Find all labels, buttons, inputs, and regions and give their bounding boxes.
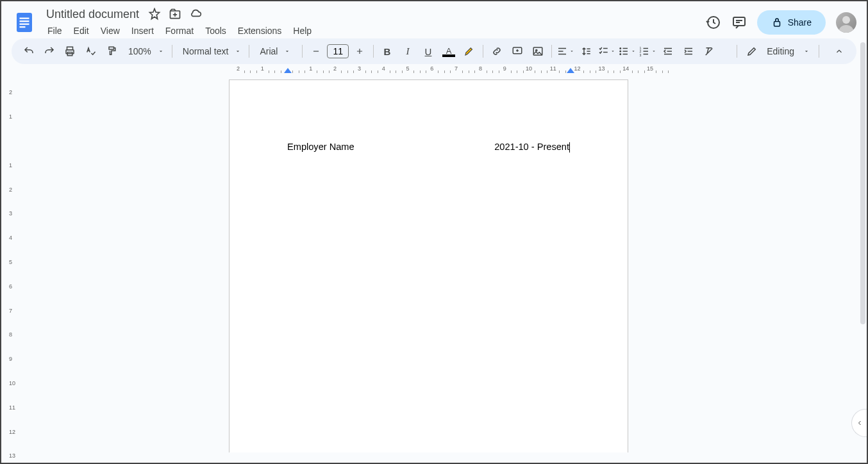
indent-decrease-button[interactable] (658, 42, 678, 61)
styles-dropdown[interactable]: Normal text (176, 46, 246, 56)
print-button[interactable] (60, 42, 79, 61)
horizontal-ruler[interactable]: 21123456789101112131415 (24, 64, 856, 74)
paint-format-button[interactable] (101, 42, 121, 61)
mode-dropdown[interactable]: Editing (728, 45, 828, 58)
svg-point-8 (842, 16, 850, 24)
zoom-dropdown[interactable]: 100% (122, 46, 168, 56)
svg-rect-4 (20, 26, 26, 28)
svg-rect-6 (733, 17, 745, 26)
menu-file[interactable]: File (42, 23, 67, 38)
history-icon[interactable] (706, 15, 721, 30)
share-button[interactable]: Share (757, 10, 826, 35)
svg-text:3: 3 (639, 53, 641, 57)
content-right[interactable]: 2021-10 - Present (494, 142, 570, 153)
menu-insert[interactable]: Insert (126, 23, 159, 38)
menu-tools[interactable]: Tools (200, 23, 231, 38)
underline-button[interactable]: U (419, 42, 438, 61)
link-button[interactable] (487, 42, 506, 61)
docs-logo[interactable] (12, 10, 37, 35)
style-value: Normal text (180, 46, 231, 56)
document-title[interactable]: Untitled document (42, 6, 143, 22)
bold-button[interactable]: B (378, 42, 397, 61)
svg-point-16 (620, 51, 621, 52)
svg-rect-3 (20, 24, 29, 25)
menu-edit[interactable]: Edit (69, 23, 94, 38)
font-size-increase[interactable] (350, 42, 369, 61)
numbered-list-button[interactable]: 123 (638, 42, 657, 61)
account-avatar[interactable] (836, 12, 856, 33)
svg-rect-1 (20, 18, 29, 19)
page[interactable]: Employer Name 2021-10 - Present (229, 79, 628, 452)
menu-view[interactable]: View (96, 23, 125, 38)
vertical-scrollbar[interactable] (860, 42, 865, 324)
font-size-input[interactable]: 11 (327, 44, 349, 58)
cloud-icon[interactable] (189, 8, 202, 21)
menu-bar: File Edit View Insert Format Tools Exten… (42, 23, 706, 38)
text-color-button[interactable]: A (439, 42, 458, 61)
svg-rect-2 (20, 21, 29, 22)
highlight-button[interactable] (460, 42, 479, 61)
spellcheck-button[interactable] (81, 42, 100, 61)
indent-increase-button[interactable] (679, 42, 698, 61)
zoom-value: 100% (126, 46, 154, 56)
checklist-button[interactable] (597, 42, 616, 61)
italic-button[interactable]: I (398, 42, 417, 61)
clear-formatting-button[interactable] (699, 42, 719, 61)
font-value: Arial (257, 46, 280, 56)
svg-point-14 (536, 49, 537, 51)
mode-value: Editing (764, 46, 797, 56)
share-label: Share (788, 17, 812, 28)
document-canvas[interactable]: Employer Name 2021-10 - Present (24, 74, 867, 452)
star-icon[interactable] (148, 8, 161, 21)
collapse-toolbar-button[interactable] (830, 42, 849, 61)
comment-button[interactable] (508, 42, 527, 61)
move-icon[interactable] (169, 8, 181, 21)
svg-rect-0 (17, 13, 32, 32)
menu-help[interactable]: Help (288, 23, 317, 38)
line-spacing-button[interactable] (576, 42, 596, 61)
font-dropdown[interactable]: Arial (253, 46, 298, 56)
vertical-ruler[interactable]: 211234567891011121314 (1, 74, 24, 452)
menu-extensions[interactable]: Extensions (233, 23, 287, 38)
content-left[interactable]: Employer Name (287, 142, 355, 153)
menu-format[interactable]: Format (160, 23, 199, 38)
text-cursor (569, 142, 570, 153)
redo-button[interactable] (40, 42, 59, 61)
font-size-decrease[interactable] (306, 42, 326, 61)
image-button[interactable] (528, 42, 547, 61)
svg-point-17 (620, 54, 621, 55)
align-button[interactable] (556, 42, 575, 61)
bullet-list-button[interactable] (617, 42, 637, 61)
undo-button[interactable] (19, 42, 38, 61)
svg-point-15 (620, 48, 621, 49)
comments-icon[interactable] (731, 15, 747, 30)
svg-rect-7 (774, 22, 780, 27)
toolbar: 100% Normal text Arial 11 B I U A 123 Ed… (12, 38, 856, 64)
